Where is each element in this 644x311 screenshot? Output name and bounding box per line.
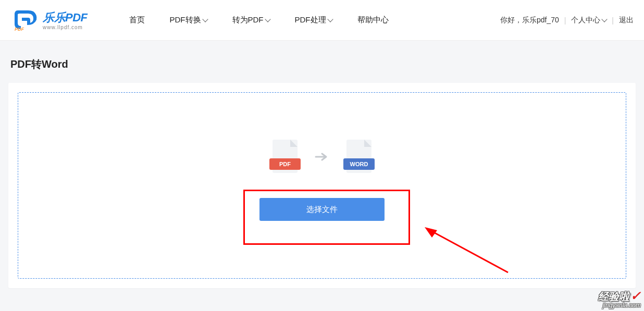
chevron-down-icon — [202, 16, 208, 22]
pdf-file-icon: PDF — [269, 140, 301, 179]
nav-help-center-label: 帮助中心 — [357, 15, 389, 25]
word-file-icon: WORD — [343, 140, 375, 179]
arrow-right-icon — [314, 149, 330, 165]
divider: | — [564, 16, 566, 24]
user-section: 你好，乐乐pdf_70 | 个人中心 | 退出 — [500, 16, 634, 25]
logo[interactable]: PDF 乐乐PDF www.llpdf.com — [14, 9, 88, 31]
file-conversion-icons: PDF WORD — [269, 140, 375, 179]
watermark: 经验啦✓ jingyanla.com — [598, 289, 641, 309]
page-title: PDF转Word — [10, 57, 636, 71]
nav-to-pdf[interactable]: 转为PDF — [232, 15, 270, 25]
personal-center-link[interactable]: 个人中心 — [571, 16, 606, 25]
nav-pdf-process[interactable]: PDF处理 — [295, 15, 332, 25]
chevron-down-icon — [602, 16, 608, 22]
logo-icon: PDF — [14, 9, 40, 31]
svg-line-1 — [430, 230, 508, 272]
user-greeting: 你好，乐乐pdf_70 — [500, 16, 559, 25]
watermark-sub-text: jingyanla.com — [598, 302, 641, 309]
nav-pdf-process-label: PDF处理 — [295, 15, 326, 25]
pdf-label: PDF — [269, 158, 301, 170]
check-icon: ✓ — [630, 289, 641, 303]
chevron-down-icon — [265, 16, 270, 22]
select-file-button[interactable]: 选择文件 — [259, 198, 385, 221]
nav-pdf-convert-label: PDF转换 — [170, 15, 201, 25]
nav-to-pdf-label: 转为PDF — [232, 15, 264, 25]
svg-text:PDF: PDF — [15, 27, 24, 31]
watermark-main-text: 经验啦 — [598, 291, 629, 302]
nav-help-center[interactable]: 帮助中心 — [357, 15, 389, 25]
chevron-down-icon — [327, 16, 333, 22]
header: PDF 乐乐PDF www.llpdf.com 首页 PDF转换 转为PDF P… — [0, 0, 644, 41]
nav-home[interactable]: 首页 — [129, 15, 145, 25]
svg-marker-2 — [425, 227, 437, 238]
divider: | — [612, 16, 614, 24]
logout-label: 退出 — [619, 16, 634, 25]
annotation-arrow — [414, 223, 513, 275]
personal-center-label: 个人中心 — [571, 16, 600, 25]
logo-text-main: 乐乐PDF — [43, 10, 88, 26]
logout-link[interactable]: 退出 — [619, 16, 634, 25]
upload-card: PDF WORD 选择文件 — [8, 83, 636, 288]
main-nav: 首页 PDF转换 转为PDF PDF处理 帮助中心 — [129, 15, 389, 25]
content: PDF转Word PDF — [0, 41, 644, 288]
word-label: WORD — [343, 158, 375, 170]
nav-pdf-convert[interactable]: PDF转换 — [170, 15, 207, 25]
nav-home-label: 首页 — [129, 15, 145, 25]
dropzone[interactable]: PDF WORD 选择文件 — [18, 92, 626, 279]
logo-text-sub: www.llpdf.com — [43, 24, 88, 30]
